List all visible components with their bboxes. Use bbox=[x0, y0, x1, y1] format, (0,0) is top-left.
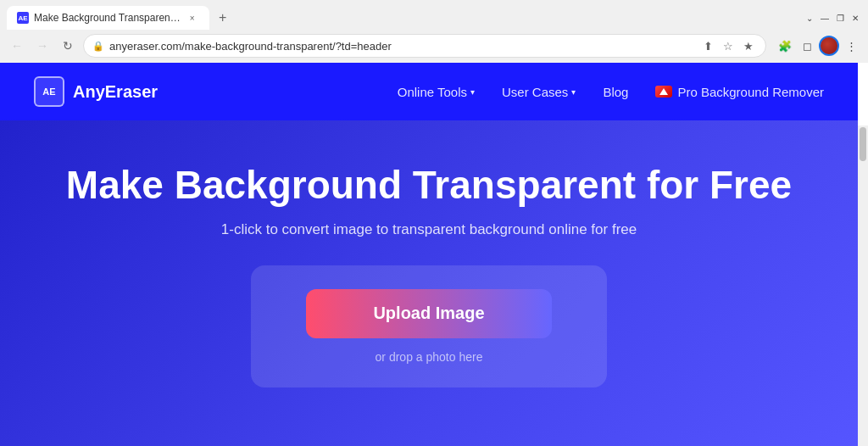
close-window-button[interactable]: ✕ bbox=[849, 12, 861, 24]
browser-tab[interactable]: AE Make Background Transparen… × bbox=[7, 6, 209, 30]
pro-background-remover-button[interactable]: Pro Background Remover bbox=[655, 85, 824, 99]
new-tab-button[interactable]: + bbox=[213, 8, 233, 28]
address-bar[interactable]: 🔒 anyeraser.com/make-background-transpar… bbox=[83, 34, 766, 58]
nav-user-cases[interactable]: User Cases ▾ bbox=[502, 85, 576, 99]
pro-icon bbox=[655, 86, 672, 98]
split-view-icon[interactable]: ◻ bbox=[797, 36, 817, 56]
send-tab-icon[interactable]: ⬆ bbox=[699, 37, 716, 54]
refresh-button[interactable]: ↻ bbox=[58, 36, 78, 56]
hero-section: Make Background Transparent for Free 1-c… bbox=[0, 120, 858, 446]
blog-label: Blog bbox=[603, 85, 628, 99]
hero-subtitle: 1-click to convert image to transparent … bbox=[221, 221, 637, 238]
upload-card[interactable]: Upload Image or drop a photo here bbox=[251, 265, 607, 387]
extensions-icon[interactable]: 🧩 bbox=[775, 36, 795, 56]
browser-chrome: AE Make Background Transparen… × + ⌄ — ❐… bbox=[0, 0, 868, 63]
nav-online-tools[interactable]: Online Tools ▾ bbox=[398, 85, 475, 99]
logo-area[interactable]: AE AnyEraser bbox=[34, 76, 158, 107]
online-tools-label: Online Tools bbox=[398, 85, 467, 99]
window-controls: ⌄ — ❐ ✕ bbox=[804, 12, 861, 24]
tab-list-button[interactable]: ⌄ bbox=[804, 12, 815, 24]
brand-name: AnyEraser bbox=[73, 82, 158, 102]
profile-avatar[interactable] bbox=[819, 36, 839, 56]
address-text: anyeraser.com/make-background-transparen… bbox=[109, 40, 694, 53]
site-nav: AE AnyEraser Online Tools ▾ User Cases ▾… bbox=[0, 63, 858, 120]
tab-favicon: AE bbox=[17, 12, 29, 24]
logo-icon: AE bbox=[34, 76, 64, 107]
tab-close-button[interactable]: × bbox=[186, 11, 199, 25]
scrollbar-thumb[interactable] bbox=[860, 127, 866, 161]
minimize-button[interactable]: — bbox=[819, 12, 831, 24]
drop-hint-text: or drop a photo here bbox=[376, 350, 483, 364]
online-tools-chevron: ▾ bbox=[470, 87, 475, 97]
title-bar: AE Make Background Transparen… × + ⌄ — ❐… bbox=[0, 0, 868, 31]
nav-links: Online Tools ▾ User Cases ▾ Blog Pro Bac… bbox=[398, 85, 824, 99]
hero-title: Make Background Transparent for Free bbox=[66, 163, 792, 208]
bookmark-page-icon[interactable]: ☆ bbox=[720, 37, 737, 54]
website-content: AE AnyEraser Online Tools ▾ User Cases ▾… bbox=[0, 63, 858, 446]
address-bar-row: ← → ↻ 🔒 anyeraser.com/make-background-tr… bbox=[0, 31, 868, 63]
user-cases-label: User Cases bbox=[502, 85, 568, 99]
bookmark-star-icon[interactable]: ★ bbox=[740, 37, 757, 54]
forward-button[interactable]: → bbox=[32, 36, 53, 56]
back-button[interactable]: ← bbox=[7, 36, 27, 56]
maximize-button[interactable]: ❐ bbox=[834, 12, 846, 24]
user-cases-chevron: ▾ bbox=[571, 87, 576, 97]
lock-icon: 🔒 bbox=[92, 41, 104, 52]
scrollbar[interactable] bbox=[858, 125, 868, 446]
pro-btn-label: Pro Background Remover bbox=[677, 85, 824, 99]
menu-icon[interactable]: ⋮ bbox=[841, 36, 861, 56]
browser-toolbar: 🧩 ◻ ⋮ bbox=[775, 36, 861, 56]
upload-image-button[interactable]: Upload Image bbox=[306, 289, 552, 338]
nav-blog[interactable]: Blog bbox=[603, 85, 628, 99]
tab-title: Make Background Transparen… bbox=[34, 12, 181, 24]
